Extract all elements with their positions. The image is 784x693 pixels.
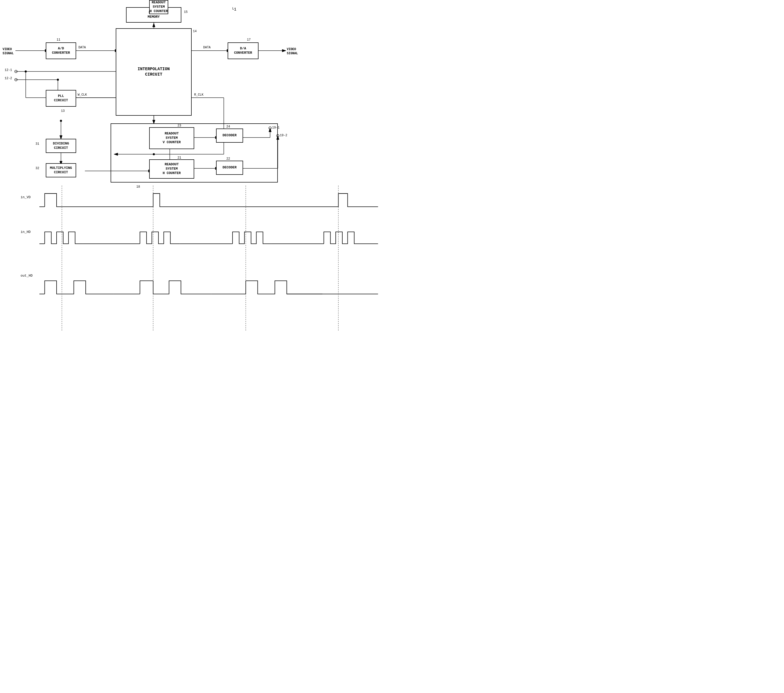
r-clk-label: R_CLK: [194, 93, 203, 97]
video-signal-in-label: VIDEOSIGNAL: [3, 48, 14, 56]
out-19-2-label: 19-2: [280, 134, 287, 137]
interpolation-circuit-box: INTERPOLATIONCIRCUIT: [116, 28, 192, 116]
ref-17: 17: [247, 38, 250, 42]
da-converter-box: D/ACONVERTER: [227, 43, 259, 59]
counter-group-box: [110, 123, 278, 182]
svg-point-47: [57, 79, 59, 81]
decoder-top-box: DECODER: [216, 128, 243, 143]
ref-11: 11: [57, 38, 60, 42]
svg-point-48: [60, 120, 62, 122]
line-12-1-label: 12-1: [5, 68, 12, 72]
readout-h-counter-box: READOUTSYSTEMH COUNTER: [149, 0, 168, 14]
out-19-1-label: 19-1: [272, 126, 280, 130]
ref-15: 15: [184, 10, 188, 14]
w-clk-label: W_CLK: [78, 93, 87, 97]
ref-14: 14: [193, 30, 196, 33]
ref-32: 32: [36, 167, 39, 170]
waveform-section: in_VD in_HD out_HD: [10, 182, 380, 337]
dividing-circuit-box: DIVIDINGCIRCUIT: [46, 139, 76, 153]
data-right-label: DATA: [203, 46, 211, 49]
ref-31: 31: [36, 142, 39, 146]
ref-24: 24: [226, 125, 230, 128]
line-12-2-label: 12-2: [5, 77, 12, 80]
svg-marker-11: [282, 49, 286, 52]
svg-marker-2: [153, 23, 155, 27]
multiplying-circuit-box: MULTIPLYINGCIRCUIT: [46, 163, 76, 177]
decoder-bottom-box: DECODER: [216, 161, 243, 175]
ref-22: 22: [226, 157, 230, 161]
ad-converter-box: A/DCONVERTER: [46, 43, 76, 59]
circuit-diagram: FRAMEMEMORY 15 └1 A/DCONVERTER 11 INTERP…: [0, 0, 392, 346]
ref-21: 21: [178, 156, 181, 159]
pll-circuit-box: PLLCIRCUIT: [46, 90, 76, 107]
readout-h-counter-box-fixed: READOUTSYSTEMH COUNTER: [149, 159, 194, 179]
ref-1: └1: [232, 7, 236, 12]
ref-13: 13: [61, 109, 64, 113]
ref-23: 23: [178, 124, 181, 128]
readout-v-counter-box: READOUTSYSTEMV COUNTER: [149, 127, 194, 149]
waveform-svg: [10, 182, 380, 337]
svg-point-46: [25, 71, 27, 72]
video-signal-out-label: VIDEOSIGNAL: [287, 48, 298, 56]
data-left-label: DATA: [79, 46, 86, 49]
